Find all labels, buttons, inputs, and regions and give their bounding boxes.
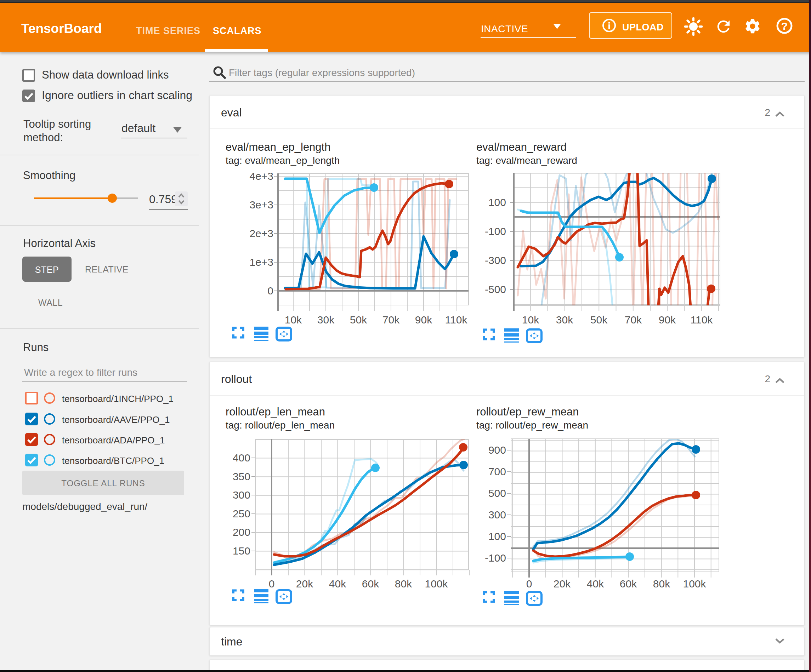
svg-text:100k: 100k (425, 578, 448, 589)
svg-text:100: 100 (489, 196, 506, 208)
svg-text:0: 0 (267, 285, 273, 296)
svg-text:20k: 20k (553, 578, 571, 589)
svg-text:1e+3: 1e+3 (249, 256, 273, 268)
svg-text:30k: 30k (556, 314, 573, 325)
svg-text:250: 250 (232, 508, 250, 520)
svg-text:40k: 40k (587, 578, 604, 589)
svg-text:20k: 20k (296, 578, 314, 589)
svg-text:-300: -300 (485, 254, 506, 266)
svg-text:80k: 80k (395, 578, 412, 589)
svg-text:0: 0 (526, 578, 532, 589)
svg-text:110k: 110k (445, 314, 468, 325)
svg-text:10k: 10k (522, 314, 540, 325)
svg-text:80k: 80k (653, 578, 670, 589)
svg-text:100k: 100k (683, 578, 706, 589)
svg-text:150: 150 (232, 545, 250, 557)
svg-text:700: 700 (489, 466, 506, 477)
svg-text:70k: 70k (625, 314, 642, 325)
svg-text:60k: 60k (362, 578, 379, 589)
svg-text:900: 900 (489, 444, 506, 456)
svg-text:200: 200 (232, 526, 250, 538)
svg-text:300: 300 (489, 509, 506, 521)
svg-text:30k: 30k (317, 314, 335, 325)
svg-text:50k: 50k (590, 314, 608, 325)
svg-text:110k: 110k (691, 314, 713, 325)
svg-text:70k: 70k (382, 314, 400, 325)
svg-text:90k: 90k (415, 314, 433, 325)
svg-text:10k: 10k (285, 314, 302, 325)
svg-text:350: 350 (232, 471, 250, 482)
svg-text:300: 300 (232, 489, 250, 501)
svg-text:100: 100 (489, 530, 506, 542)
svg-text:40k: 40k (329, 578, 346, 589)
svg-text:4e+3: 4e+3 (249, 170, 273, 182)
svg-text:-100: -100 (485, 225, 506, 237)
svg-text:500: 500 (489, 487, 506, 499)
svg-text:0: 0 (269, 578, 275, 589)
svg-text:400: 400 (232, 452, 250, 464)
svg-text:60k: 60k (620, 578, 637, 589)
svg-text:-500: -500 (485, 283, 506, 295)
svg-text:-100: -100 (485, 552, 506, 564)
svg-text:3e+3: 3e+3 (249, 199, 273, 210)
svg-text:90k: 90k (659, 314, 676, 325)
svg-text:2e+3: 2e+3 (249, 228, 273, 239)
svg-text:50k: 50k (350, 314, 367, 325)
svg-text:?: ? (781, 20, 787, 32)
